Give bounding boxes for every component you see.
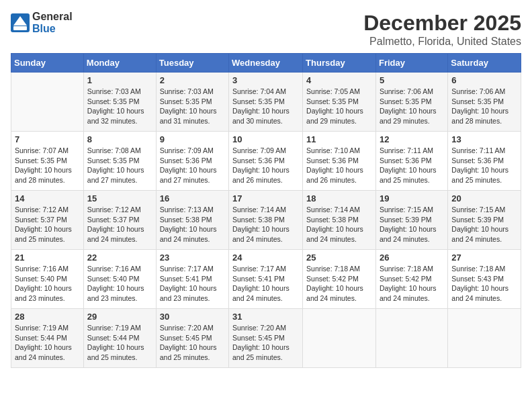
calendar-cell: 18Sunrise: 7:14 AM Sunset: 5:38 PM Dayli… <box>303 191 376 250</box>
day-header-sunday: Sunday <box>11 54 84 73</box>
calendar-cell: 20Sunrise: 7:15 AM Sunset: 5:39 PM Dayli… <box>448 191 521 250</box>
day-info: Sunrise: 7:04 AM Sunset: 5:35 PM Dayligh… <box>232 87 299 126</box>
day-info: Sunrise: 7:18 AM Sunset: 5:42 PM Dayligh… <box>306 264 372 304</box>
day-info: Sunrise: 7:11 AM Sunset: 5:36 PM Dayligh… <box>380 146 444 185</box>
day-info: Sunrise: 7:15 AM Sunset: 5:39 PM Dayligh… <box>380 205 444 244</box>
day-number: 19 <box>380 193 444 203</box>
calendar-table: SundayMondayTuesdayWednesdayThursdayFrid… <box>11 53 521 368</box>
title-block: December 2025 Palmetto, Florida, United … <box>363 11 521 48</box>
calendar-cell: 28Sunrise: 7:19 AM Sunset: 5:44 PM Dayli… <box>11 309 84 368</box>
day-number: 6 <box>451 75 517 85</box>
days-header-row: SundayMondayTuesdayWednesdayThursdayFrid… <box>11 54 521 73</box>
week-row: 21Sunrise: 7:16 AM Sunset: 5:40 PM Dayli… <box>11 250 521 309</box>
calendar-cell: 14Sunrise: 7:12 AM Sunset: 5:37 PM Dayli… <box>11 191 84 250</box>
calendar-cell: 22Sunrise: 7:16 AM Sunset: 5:40 PM Dayli… <box>83 250 156 309</box>
calendar-cell: 3Sunrise: 7:04 AM Sunset: 5:35 PM Daylig… <box>229 73 303 132</box>
week-row: 7Sunrise: 7:07 AM Sunset: 5:35 PM Daylig… <box>11 132 521 191</box>
day-number: 1 <box>87 75 152 85</box>
calendar-cell: 4Sunrise: 7:05 AM Sunset: 5:35 PM Daylig… <box>303 73 376 132</box>
calendar-cell: 25Sunrise: 7:18 AM Sunset: 5:42 PM Dayli… <box>303 250 376 309</box>
day-info: Sunrise: 7:20 AM Sunset: 5:45 PM Dayligh… <box>160 323 225 363</box>
day-info: Sunrise: 7:19 AM Sunset: 5:44 PM Dayligh… <box>15 323 80 363</box>
day-number: 4 <box>306 75 372 85</box>
day-info: Sunrise: 7:11 AM Sunset: 5:36 PM Dayligh… <box>451 146 517 185</box>
calendar-cell <box>11 73 84 132</box>
logo-blue: Blue <box>32 23 73 35</box>
day-info: Sunrise: 7:18 AM Sunset: 5:43 PM Dayligh… <box>451 264 517 304</box>
day-header-thursday: Thursday <box>303 54 376 73</box>
calendar-cell: 6Sunrise: 7:06 AM Sunset: 5:35 PM Daylig… <box>448 73 521 132</box>
day-number: 16 <box>160 193 225 203</box>
day-number: 7 <box>15 134 80 144</box>
day-info: Sunrise: 7:17 AM Sunset: 5:41 PM Dayligh… <box>232 264 299 304</box>
week-row: 28Sunrise: 7:19 AM Sunset: 5:44 PM Dayli… <box>11 309 521 368</box>
day-number: 10 <box>232 134 299 144</box>
day-number: 14 <box>15 193 80 203</box>
calendar-cell: 5Sunrise: 7:06 AM Sunset: 5:35 PM Daylig… <box>375 73 447 132</box>
calendar-cell: 15Sunrise: 7:12 AM Sunset: 5:37 PM Dayli… <box>83 191 156 250</box>
day-header-wednesday: Wednesday <box>229 54 303 73</box>
day-info: Sunrise: 7:17 AM Sunset: 5:41 PM Dayligh… <box>160 264 225 304</box>
day-number: 20 <box>451 193 517 203</box>
day-info: Sunrise: 7:14 AM Sunset: 5:38 PM Dayligh… <box>232 205 299 244</box>
calendar-cell: 23Sunrise: 7:17 AM Sunset: 5:41 PM Dayli… <box>156 250 228 309</box>
day-number: 11 <box>306 134 372 144</box>
day-info: Sunrise: 7:12 AM Sunset: 5:37 PM Dayligh… <box>87 205 152 244</box>
day-number: 18 <box>306 193 372 203</box>
calendar-cell: 16Sunrise: 7:13 AM Sunset: 5:38 PM Dayli… <box>156 191 228 250</box>
day-number: 26 <box>380 253 444 263</box>
day-info: Sunrise: 7:13 AM Sunset: 5:38 PM Dayligh… <box>160 205 225 244</box>
day-info: Sunrise: 7:03 AM Sunset: 5:35 PM Dayligh… <box>87 87 152 126</box>
day-info: Sunrise: 7:20 AM Sunset: 5:45 PM Dayligh… <box>232 323 299 363</box>
day-number: 21 <box>15 253 80 263</box>
day-header-saturday: Saturday <box>448 54 521 73</box>
calendar-cell: 9Sunrise: 7:09 AM Sunset: 5:36 PM Daylig… <box>156 132 228 191</box>
day-info: Sunrise: 7:10 AM Sunset: 5:36 PM Dayligh… <box>306 146 372 185</box>
day-info: Sunrise: 7:19 AM Sunset: 5:44 PM Dayligh… <box>87 323 152 363</box>
day-info: Sunrise: 7:05 AM Sunset: 5:35 PM Dayligh… <box>306 87 372 126</box>
day-number: 23 <box>160 253 225 263</box>
day-info: Sunrise: 7:03 AM Sunset: 5:35 PM Dayligh… <box>160 87 225 126</box>
day-number: 5 <box>380 75 444 85</box>
day-number: 27 <box>451 253 517 263</box>
calendar-cell: 8Sunrise: 7:08 AM Sunset: 5:35 PM Daylig… <box>83 132 156 191</box>
day-info: Sunrise: 7:12 AM Sunset: 5:37 PM Dayligh… <box>15 205 80 244</box>
day-info: Sunrise: 7:06 AM Sunset: 5:35 PM Dayligh… <box>380 87 444 126</box>
calendar-cell: 10Sunrise: 7:09 AM Sunset: 5:36 PM Dayli… <box>229 132 303 191</box>
calendar-cell: 31Sunrise: 7:20 AM Sunset: 5:45 PM Dayli… <box>229 309 303 368</box>
day-info: Sunrise: 7:16 AM Sunset: 5:40 PM Dayligh… <box>15 264 80 304</box>
logo-text: General Blue <box>32 11 73 34</box>
day-info: Sunrise: 7:16 AM Sunset: 5:40 PM Dayligh… <box>87 264 152 304</box>
day-number: 31 <box>232 312 299 322</box>
day-info: Sunrise: 7:14 AM Sunset: 5:38 PM Dayligh… <box>306 205 372 244</box>
day-number: 9 <box>160 134 225 144</box>
day-number: 24 <box>232 253 299 263</box>
calendar-cell: 12Sunrise: 7:11 AM Sunset: 5:36 PM Dayli… <box>375 132 447 191</box>
day-number: 8 <box>87 134 152 144</box>
day-info: Sunrise: 7:07 AM Sunset: 5:35 PM Dayligh… <box>15 146 80 185</box>
week-row: 14Sunrise: 7:12 AM Sunset: 5:37 PM Dayli… <box>11 191 521 250</box>
calendar-cell: 13Sunrise: 7:11 AM Sunset: 5:36 PM Dayli… <box>448 132 521 191</box>
day-number: 3 <box>232 75 299 85</box>
calendar-cell: 7Sunrise: 7:07 AM Sunset: 5:35 PM Daylig… <box>11 132 84 191</box>
page-header: General Blue December 2025 Palmetto, Flo… <box>11 11 521 48</box>
day-number: 13 <box>451 134 517 144</box>
calendar-cell: 29Sunrise: 7:19 AM Sunset: 5:44 PM Dayli… <box>83 309 156 368</box>
day-number: 30 <box>160 312 225 322</box>
day-info: Sunrise: 7:18 AM Sunset: 5:42 PM Dayligh… <box>380 264 444 304</box>
calendar-cell: 21Sunrise: 7:16 AM Sunset: 5:40 PM Dayli… <box>11 250 84 309</box>
calendar-title: December 2025 <box>363 11 521 36</box>
day-number: 12 <box>380 134 444 144</box>
day-number: 17 <box>232 193 299 203</box>
calendar-cell: 30Sunrise: 7:20 AM Sunset: 5:45 PM Dayli… <box>156 309 228 368</box>
day-number: 2 <box>160 75 225 85</box>
calendar-cell <box>303 309 376 368</box>
calendar-cell: 2Sunrise: 7:03 AM Sunset: 5:35 PM Daylig… <box>156 73 228 132</box>
calendar-cell: 27Sunrise: 7:18 AM Sunset: 5:43 PM Dayli… <box>448 250 521 309</box>
day-number: 15 <box>87 193 152 203</box>
day-header-friday: Friday <box>375 54 447 73</box>
day-number: 28 <box>15 312 80 322</box>
day-number: 22 <box>87 253 152 263</box>
calendar-cell <box>448 309 521 368</box>
day-header-monday: Monday <box>83 54 156 73</box>
